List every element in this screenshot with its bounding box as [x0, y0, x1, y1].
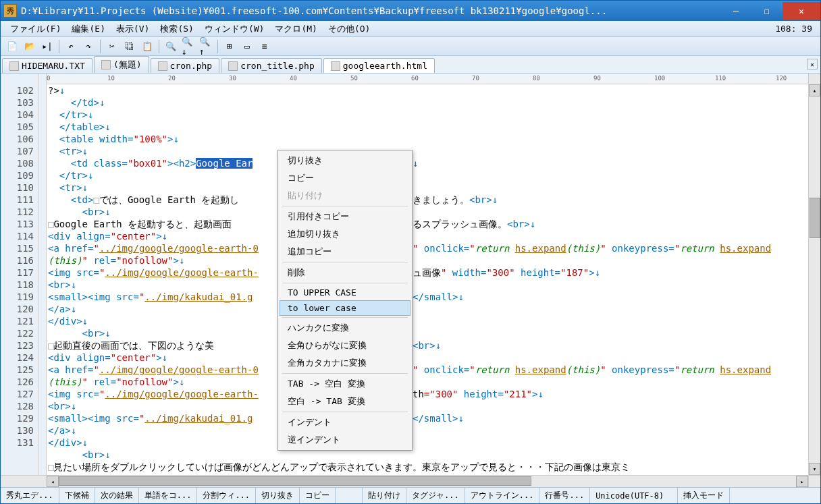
close-button[interactable]: ✕	[783, 2, 820, 20]
status-cell[interactable]: 分割ウィ...	[197, 488, 256, 503]
status-bar: 秀丸エデ...下候補次の結果単語をコ...分割ウィ...切り抜きコピー貼り付けタ…	[1, 487, 820, 503]
status-cell[interactable]: 挿入モード	[678, 488, 730, 503]
status-cell[interactable]: タグジャ...	[406, 488, 465, 503]
file-icon	[228, 61, 238, 71]
file-icon	[101, 60, 111, 69]
context-menu-item[interactable]: 切り抜き	[280, 152, 410, 169]
file-icon	[331, 61, 340, 71]
context-menu-item: 貼り付け	[280, 187, 410, 204]
new-file-icon[interactable]: 📄	[5, 39, 20, 54]
context-menu-item[interactable]: 空白 -> TAB 変換	[280, 393, 410, 410]
status-cell[interactable]: 行番号...	[539, 488, 590, 503]
copy-icon[interactable]: ⿻	[122, 39, 137, 54]
scroll-down-icon[interactable]: ▾	[809, 463, 820, 475]
ruler: 0102030405060708090100110120	[47, 74, 808, 84]
tab-cron-title[interactable]: cron_title.php	[221, 58, 322, 73]
menu-file[interactable]: ファイル(F)	[5, 22, 66, 36]
close-all-tabs-icon[interactable]: ✕	[807, 59, 818, 69]
context-menu-item[interactable]: to lower case	[280, 300, 410, 316]
status-cell[interactable]: 下候補	[59, 488, 95, 503]
cut-icon[interactable]: ✂	[105, 39, 120, 54]
menu-edit[interactable]: 編集(E)	[66, 22, 110, 36]
titlebar[interactable]: 秀 D:¥Library¥11.Projects (Website)¥001.f…	[1, 1, 820, 21]
context-menu-item[interactable]: 追加切り抜き	[280, 225, 410, 243]
tool-a-icon[interactable]: ⊞	[222, 39, 237, 54]
maximize-button[interactable]: ☐	[751, 2, 783, 20]
tab-label: (無題)	[113, 59, 142, 71]
menubar: ファイル(F) 編集(E) 表示(V) 検索(S) ウィンドウ(W) マクロ(M…	[1, 21, 820, 37]
tool-c-icon[interactable]: ≡	[257, 39, 272, 54]
file-icon	[9, 61, 19, 71]
scroll-up-icon[interactable]: ▴	[809, 84, 820, 96]
status-cell[interactable]: Unicode(UTF-8)	[590, 488, 678, 503]
scroll-thumb[interactable]	[810, 198, 820, 238]
scroll-thumb-h[interactable]	[59, 476, 531, 486]
status-cell[interactable]	[336, 488, 363, 503]
context-menu-item[interactable]: 全角カタカナに変換	[280, 354, 410, 372]
context-menu-item[interactable]: 追加コピー	[280, 243, 410, 260]
find-prev-icon[interactable]: 🔍↓	[181, 39, 196, 54]
status-cell[interactable]: 切り抜き	[256, 488, 300, 503]
context-menu-item[interactable]: ハンカクに変換	[280, 319, 410, 337]
scroll-right-icon[interactable]: ▸	[796, 476, 808, 487]
code-editor[interactable]: ?>↓ </td>↓ </tr>↓ </table>↓ <table width…	[47, 84, 808, 475]
context-menu-item[interactable]: 引用付きコピー	[280, 208, 410, 225]
find-next-icon[interactable]: 🔍↑	[198, 39, 213, 54]
status-cell[interactable]: コピー	[300, 488, 336, 503]
context-menu-item[interactable]: コピー	[280, 169, 410, 187]
save-icon[interactable]: ▸|	[40, 39, 55, 54]
tab-googleearth[interactable]: googleearth.html	[323, 58, 435, 73]
tab-cron-php[interactable]: cron.php	[151, 58, 220, 73]
scroll-left-icon[interactable]: ◂	[47, 476, 59, 487]
line-number-gutter: 102 103 104 105 106 107 108 109 110 111 …	[1, 84, 38, 475]
menu-search[interactable]: 検索(S)	[155, 22, 198, 36]
vertical-scrollbar[interactable]: ▴ ▾	[808, 84, 820, 475]
paste-icon[interactable]: 📋	[140, 39, 155, 54]
status-cell[interactable]: 次の結果	[95, 488, 139, 503]
tab-hidemaru[interactable]: HIDEMARU.TXT	[2, 58, 92, 73]
tab-untitled[interactable]: (無題)	[94, 56, 149, 73]
find-icon[interactable]: 🔍	[163, 39, 178, 54]
toolbar: 📄 📂 ▸| ↶ ↷ ✂ ⿻ 📋 🔍 🔍↓ 🔍↑ ⊞ ▭ ≡	[1, 37, 820, 56]
context-menu: 切り抜きコピー貼り付け引用付きコピー追加切り抜き追加コピー削除TO UPPER …	[277, 150, 413, 451]
tab-label: googleearth.html	[343, 61, 427, 71]
context-menu-item[interactable]: 全角ひらがなに変換	[280, 337, 410, 354]
open-file-icon[interactable]: 📂	[22, 39, 37, 54]
context-menu-item[interactable]: TO UPPER CASE	[280, 285, 410, 300]
app-icon: 秀	[3, 4, 17, 18]
tab-label: cron_title.php	[240, 61, 315, 71]
menu-macro[interactable]: マクロ(M)	[269, 22, 322, 36]
context-menu-item[interactable]: インデント	[280, 414, 410, 431]
window-title: D:¥Library¥11.Projects (Website)¥001.fre…	[21, 5, 720, 16]
minimize-button[interactable]: ─	[720, 2, 751, 20]
context-menu-item[interactable]: TAB -> 空白 変換	[280, 375, 410, 393]
tab-label: cron.php	[170, 61, 213, 71]
context-menu-item[interactable]: 削除	[280, 264, 410, 281]
menu-window[interactable]: ウィンドウ(W)	[199, 22, 269, 36]
tab-label: HIDEMARU.TXT	[22, 61, 85, 71]
redo-icon[interactable]: ↷	[81, 39, 96, 54]
menu-view[interactable]: 表示(V)	[111, 22, 155, 36]
undo-icon[interactable]: ↶	[63, 39, 78, 54]
editor-area: 102 103 104 105 106 107 108 109 110 111 …	[1, 84, 820, 475]
status-cell[interactable]: 貼り付け	[363, 488, 406, 503]
status-cell[interactable]: 単語をコ...	[139, 488, 198, 503]
app-window: 秀 D:¥Library¥11.Projects (Website)¥001.f…	[0, 0, 821, 504]
status-cell[interactable]: アウトライン...	[465, 488, 540, 503]
context-menu-item[interactable]: 逆インデント	[280, 431, 410, 449]
tab-bar: HIDEMARU.TXT (無題) cron.php cron_title.ph…	[1, 56, 820, 74]
status-cell[interactable]: 秀丸エデ...	[1, 488, 59, 503]
file-icon	[158, 61, 167, 71]
folding-gutter	[38, 84, 47, 475]
cursor-position: 108: 39	[775, 24, 816, 34]
tool-b-icon[interactable]: ▭	[240, 39, 255, 54]
menu-other[interactable]: その他(O)	[323, 22, 375, 36]
horizontal-scrollbar[interactable]: ◂ ▸	[47, 475, 808, 487]
